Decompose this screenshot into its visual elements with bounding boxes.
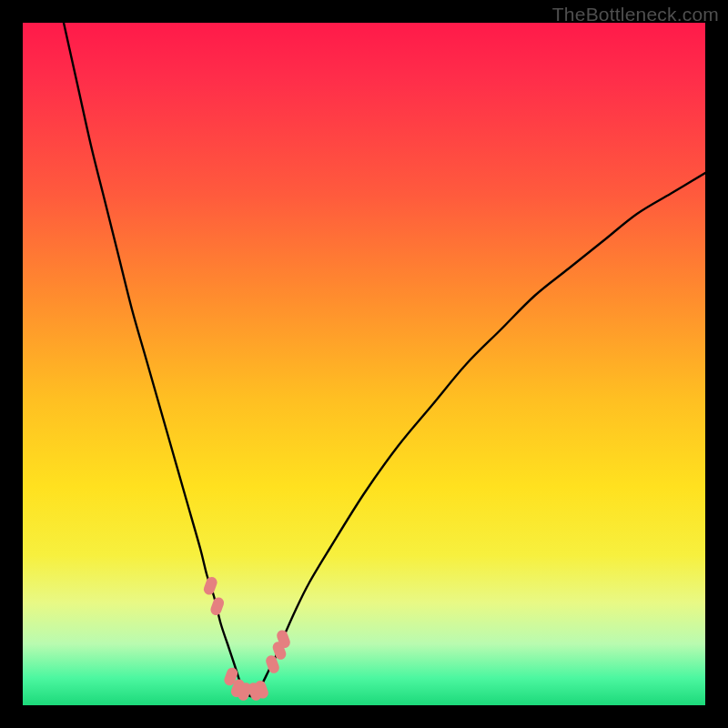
chart-plot-area xyxy=(23,23,705,705)
watermark-text: TheBottleneck.com xyxy=(552,4,719,25)
chart-svg xyxy=(23,23,705,705)
highlight-marker xyxy=(202,575,218,596)
highlight-markers xyxy=(202,575,291,702)
highlight-marker xyxy=(209,596,226,617)
bottleneck-curve-line xyxy=(64,23,705,696)
